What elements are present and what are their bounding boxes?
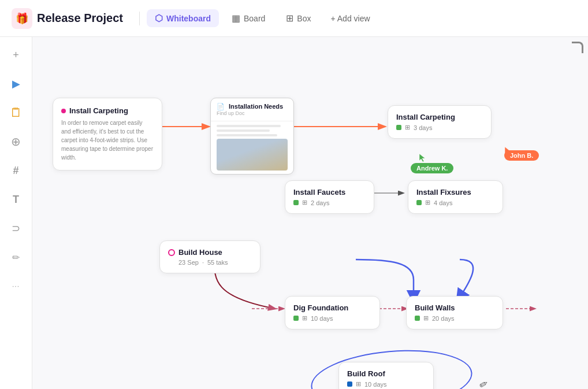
build-house-milestone-card[interactable]: Build House 23 Sep · 55 taks — [159, 240, 260, 273]
install-faucets-task-card[interactable]: Install Faucets ⊞ 2 days — [285, 180, 374, 214]
sidebar-plus-icon[interactable]: + — [8, 46, 25, 64]
add-view-button[interactable]: + Add view — [323, 10, 377, 27]
board-icon: ▦ — [232, 13, 240, 24]
task-indicator — [415, 316, 420, 321]
andrew-user-badge: Andrew K. — [411, 163, 453, 173]
task-indicator — [396, 125, 401, 130]
task-indicator — [416, 200, 422, 205]
nav-divider — [139, 12, 140, 25]
dig-foundation-task-card[interactable]: Dig Foundation ⊞ 10 days — [285, 296, 380, 329]
topbar: 🎁 Release Project ⬡ Whiteboard ▦ Board ⊞… — [0, 0, 588, 37]
install-fixsures-task-title: Install Fixsures — [416, 188, 494, 197]
nav-whiteboard[interactable]: ⬡ Whiteboard — [147, 9, 219, 27]
sidebar-play-icon[interactable]: ▶ — [8, 75, 25, 92]
sidebar-globe-icon[interactable]: ⊕ — [8, 133, 25, 150]
build-walls-task-meta: ⊞ 20 days — [415, 314, 494, 322]
sidebar-text-icon[interactable]: T — [8, 191, 25, 208]
project-title: Release Project — [37, 12, 123, 25]
sidebar-hash-icon[interactable]: # — [8, 162, 25, 179]
sidebar-pen-icon[interactable]: ✏ — [8, 249, 25, 266]
install-carpeting-note-card[interactable]: Install Carpeting In order to remove car… — [53, 98, 162, 171]
whiteboard-icon: ⬡ — [155, 13, 163, 24]
sidebar: + ▶ 🗒 ⊕ # T ⊃ ✏ ··· — [0, 37, 32, 389]
sidebar-note-icon[interactable]: 🗒 — [8, 104, 25, 121]
dig-foundation-task-title: Dig Foundation — [293, 303, 371, 312]
install-carpeting-task-card[interactable]: Install Carpeting ⊞ 3 days — [388, 105, 492, 139]
sidebar-attach-icon[interactable]: ⊃ — [8, 220, 25, 237]
corner-bracket — [572, 42, 583, 53]
doc-card-title: 📄 Installation Needs — [217, 103, 288, 110]
nav-box[interactable]: ⊞ Box — [278, 9, 319, 27]
build-house-title: Build House — [178, 248, 222, 257]
install-faucets-task-title: Install Faucets — [293, 188, 366, 197]
main-layout: + ▶ 🗒 ⊕ # T ⊃ ✏ ··· — [0, 37, 588, 389]
note-card-body-text: In order to remove carpet easily and eff… — [61, 118, 154, 162]
doc-image — [217, 139, 288, 171]
john-user-badge: John B. — [504, 150, 539, 161]
task-indicator — [293, 316, 299, 321]
nav-board[interactable]: ▦ Board — [224, 9, 273, 27]
doc-card-subtitle: Find up Doc — [217, 110, 288, 116]
install-fixsures-task-card[interactable]: Install Fixsures ⊞ 4 days — [408, 180, 503, 214]
doc-line-3 — [217, 134, 277, 136]
build-walls-task-title: Build Walls — [415, 303, 494, 312]
task-indicator — [293, 200, 299, 205]
doc-line-1 — [217, 125, 281, 127]
installation-needs-doc-card[interactable]: 📄 Installation Needs Find up Doc — [210, 98, 294, 175]
note-card-title-text: Install Carpeting — [69, 106, 128, 115]
install-fixsures-task-meta: ⊞ 4 days — [416, 199, 494, 206]
install-faucets-task-meta: ⊞ 2 days — [293, 199, 366, 206]
pencil-annotation-icon: ✏ — [477, 377, 491, 389]
build-house-meta: 23 Sep · 55 taks — [178, 259, 252, 266]
box-icon: ⊞ — [286, 13, 293, 24]
dig-foundation-task-meta: ⊞ 10 days — [293, 314, 371, 322]
doc-line-2 — [217, 129, 270, 132]
install-carpeting-task-meta: ⊞ 3 days — [396, 124, 483, 131]
note-dot-indicator — [61, 109, 66, 113]
build-roof-circle-annotation — [308, 344, 475, 389]
canvas[interactable]: Install Carpeting In order to remove car… — [32, 37, 588, 389]
milestone-indicator — [168, 249, 175, 256]
install-carpeting-task-title: Install Carpeting — [396, 113, 483, 121]
app-icon: 🎁 — [12, 8, 32, 29]
sidebar-more-icon[interactable]: ··· — [8, 277, 25, 295]
build-walls-task-card[interactable]: Build Walls ⊞ 20 days — [406, 296, 503, 329]
